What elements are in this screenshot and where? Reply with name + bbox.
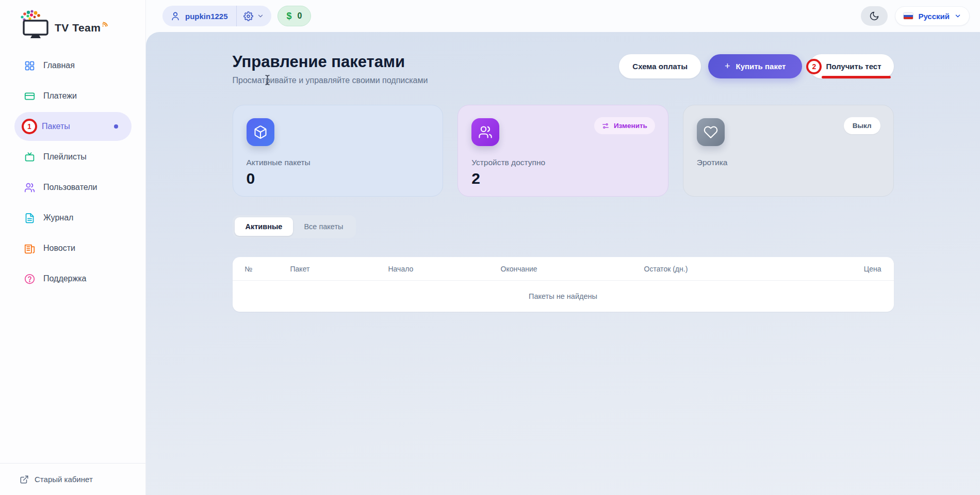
sidebar-item-support[interactable]: Поддержка xyxy=(14,264,132,293)
tab-active-packages[interactable]: Активные xyxy=(235,217,293,236)
col-days-left: Остаток (дн.) xyxy=(644,265,840,273)
sidebar-item-playlists[interactable]: Плейлисты xyxy=(14,142,132,171)
packages-table: № Пакет Начало Окончание Остаток (дн.) Ц… xyxy=(233,257,894,312)
old-cabinet-label: Старый кабинет xyxy=(35,475,93,484)
users-icon xyxy=(23,181,36,194)
grid-icon xyxy=(23,59,36,72)
table-empty-message: Пакеты не найдены xyxy=(233,281,894,312)
table-header-row: № Пакет Начало Окончание Остаток (дн.) Ц… xyxy=(233,257,894,281)
erotica-card: Выкл Эротика xyxy=(683,105,894,197)
sliders-icon xyxy=(602,122,609,130)
language-selector[interactable]: Русский xyxy=(895,6,970,26)
notification-dot xyxy=(114,124,118,129)
topbar: pupkin1225 $ 0 xyxy=(146,0,980,32)
help-circle-icon xyxy=(23,273,36,285)
chevron-down-icon xyxy=(954,12,961,20)
sidebar-item-label: Плейлисты xyxy=(43,152,87,162)
wifi-icon xyxy=(102,21,108,27)
card-label: Эротика xyxy=(697,158,880,167)
sidebar-item-label: Пакеты xyxy=(42,122,70,131)
card-label: Устройств доступно xyxy=(471,158,655,167)
card-value: 2 xyxy=(471,170,655,187)
balance-chip[interactable]: $ 0 xyxy=(277,6,312,26)
col-price: Цена xyxy=(840,265,881,273)
card-value: 0 xyxy=(247,170,430,187)
devices-card: Изменить Устройств доступно 2 xyxy=(458,105,668,197)
sidebar-item-home[interactable]: Главная xyxy=(14,51,132,80)
devices-users-icon xyxy=(471,118,499,146)
plus-icon: + xyxy=(725,61,730,72)
sidebar-item-label: Журнал xyxy=(43,213,73,222)
col-package: Пакет xyxy=(290,265,388,273)
user-account-chip[interactable]: pupkin1225 xyxy=(162,6,271,26)
chevron-down-icon xyxy=(257,12,264,20)
old-cabinet-link[interactable]: Старый кабинет xyxy=(0,463,145,495)
moon-icon xyxy=(869,11,879,21)
heart-icon xyxy=(697,118,725,146)
packages-tabs: Активные Все пакеты xyxy=(233,215,356,238)
username-label: pupkin1225 xyxy=(185,12,228,21)
payment-scheme-label: Схема оплаты xyxy=(632,62,688,71)
col-start: Начало xyxy=(388,265,501,273)
package-icon xyxy=(247,118,274,146)
dollar-icon: $ xyxy=(287,11,292,22)
sidebar-item-payments[interactable]: Платежи xyxy=(14,82,132,110)
page-title: Управление пакетами xyxy=(233,53,428,71)
external-link-icon xyxy=(20,475,29,484)
main-panel: Управление пакетами Просматривайте и упр… xyxy=(146,32,980,495)
annotation-step-1: 1 xyxy=(22,119,37,134)
tv-team-logo-icon xyxy=(18,8,54,41)
edit-devices-button[interactable]: Изменить xyxy=(594,117,655,134)
tab-all-packages[interactable]: Все пакеты xyxy=(293,217,354,236)
buy-package-label: Купить пакет xyxy=(736,62,786,71)
get-test-button[interactable]: 2 Получить тест xyxy=(809,54,893,78)
sidebar-item-label: Новости xyxy=(43,244,75,253)
sidebar-item-label: Платежи xyxy=(43,91,77,101)
dark-mode-toggle[interactable] xyxy=(861,6,888,26)
payment-scheme-button[interactable]: Схема оплаты xyxy=(619,54,701,78)
card-label: Активные пакеты xyxy=(247,158,430,167)
sidebar: TV Team Главная Платежи xyxy=(0,0,146,495)
sidebar-item-packages[interactable]: 1 Пакеты xyxy=(14,112,132,141)
sidebar-item-news[interactable]: Новости xyxy=(14,234,132,263)
tv-icon xyxy=(23,151,36,163)
brand-logo: TV Team xyxy=(0,0,145,41)
user-icon xyxy=(170,11,181,21)
annotation-step-2: 2 xyxy=(806,59,822,74)
credit-card-icon xyxy=(23,90,36,102)
brand-name: TV Team xyxy=(55,22,101,34)
sidebar-item-label: Поддержка xyxy=(43,274,86,283)
balance-value: 0 xyxy=(298,11,302,21)
edit-devices-label: Изменить xyxy=(614,122,647,130)
annotation-underline xyxy=(822,76,890,78)
gear-icon xyxy=(243,11,253,21)
sidebar-item-users[interactable]: Пользователи xyxy=(14,173,132,202)
sidebar-item-journal[interactable]: Журнал xyxy=(14,203,132,232)
newspaper-icon xyxy=(23,242,36,254)
page-subtitle: Просматривайте и управляйте своими подпи… xyxy=(233,76,428,85)
language-label: Русский xyxy=(918,12,950,21)
col-number: № xyxy=(245,265,290,273)
col-end: Окончание xyxy=(501,265,644,273)
sidebar-item-label: Главная xyxy=(43,61,75,70)
document-icon xyxy=(23,212,36,224)
active-packages-card: Активные пакеты 0 xyxy=(233,105,444,197)
get-test-label: Получить тест xyxy=(826,62,881,71)
sidebar-item-label: Пользователи xyxy=(43,183,97,192)
account-settings-button[interactable] xyxy=(237,6,271,26)
sidebar-nav: Главная Платежи 1 Пакеты Плейлисты xyxy=(0,50,145,295)
status-badge-off: Выкл xyxy=(844,117,880,134)
russia-flag-icon xyxy=(903,12,913,20)
buy-package-button[interactable]: + Купить пакет xyxy=(708,54,802,78)
